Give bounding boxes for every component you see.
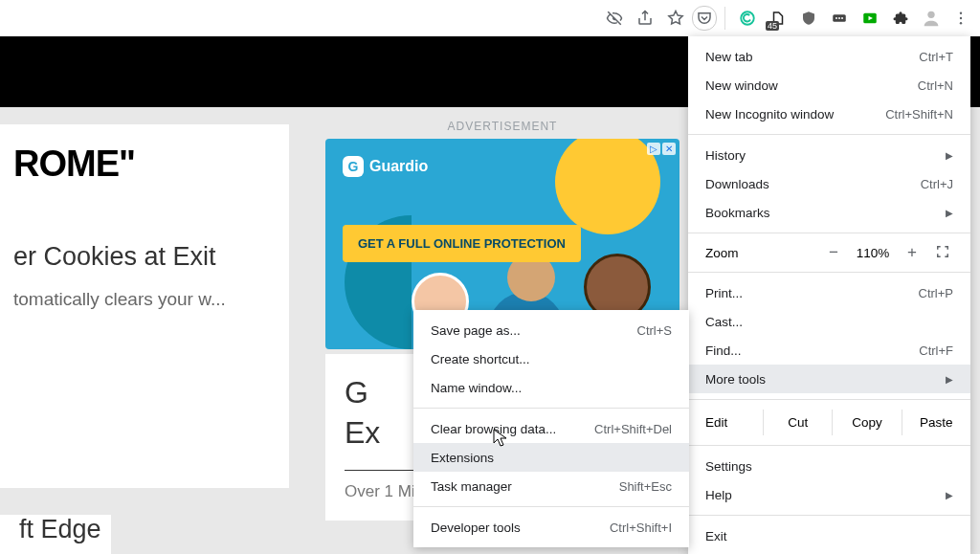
svg-point-6 xyxy=(927,11,934,18)
chevron-right-icon: ▶ xyxy=(946,208,953,218)
svg-point-3 xyxy=(838,17,840,19)
menu-cast[interactable]: Cast... xyxy=(688,307,970,336)
menu-settings[interactable]: Settings xyxy=(688,452,970,480)
menu-zoom: Zoom − 110% + xyxy=(688,239,970,266)
menu-find[interactable]: Find...Ctrl+F xyxy=(688,336,970,365)
separator xyxy=(688,134,970,135)
zoom-in-button[interactable]: + xyxy=(896,243,928,262)
menu-paste[interactable]: Paste xyxy=(902,410,970,435)
separator xyxy=(724,7,725,30)
adchoices[interactable]: ▷✕ xyxy=(647,143,676,155)
menu-more-tools[interactable]: More tools▶ xyxy=(688,365,970,393)
browser-toolbar: 45 xyxy=(0,0,980,36)
ublock-icon[interactable] xyxy=(794,4,823,33)
extensions-puzzle-icon[interactable] xyxy=(886,4,915,33)
kebab-menu-icon[interactable] xyxy=(947,5,974,32)
menu-bookmarks[interactable]: Bookmarks▶ xyxy=(688,198,970,227)
share-icon[interactable] xyxy=(631,4,659,33)
zoom-value: 110% xyxy=(850,246,896,260)
chevron-right-icon: ▶ xyxy=(946,150,953,161)
menu-new-window[interactable]: New windowCtrl+N xyxy=(688,71,970,100)
separator xyxy=(688,399,970,400)
menu-print[interactable]: Print...Ctrl+P xyxy=(688,278,970,307)
menu-downloads[interactable]: DownloadsCtrl+J xyxy=(688,169,970,198)
edge-heading-fragment[interactable]: ft Edge xyxy=(0,515,111,554)
submenu-save-page[interactable]: Save page as...Ctrl+S xyxy=(413,316,689,344)
svg-point-9 xyxy=(960,22,962,24)
heading-fragment: ROME" xyxy=(13,144,270,185)
svg-point-4 xyxy=(841,17,843,19)
ad-label: ADVERTISEMENT xyxy=(325,120,679,133)
chevron-right-icon: ▶ xyxy=(946,490,953,500)
submenu-clear-data[interactable]: Clear browsing data...Ctrl+Shift+Del xyxy=(413,414,689,443)
chevron-right-icon: ▶ xyxy=(946,374,953,385)
submenu-task-manager[interactable]: Task managerShift+Esc xyxy=(413,472,689,500)
star-icon[interactable] xyxy=(661,4,690,33)
extension-dots-icon[interactable] xyxy=(825,4,854,33)
svg-point-8 xyxy=(960,17,962,19)
eye-off-icon[interactable] xyxy=(600,4,629,33)
menu-history[interactable]: History▶ xyxy=(688,141,970,169)
badge-count: 45 xyxy=(766,21,779,31)
card-title[interactable]: er Cookies at Exit xyxy=(13,242,270,272)
separator xyxy=(688,272,970,273)
chrome-main-menu: New tabCtrl+T New windowCtrl+N New Incog… xyxy=(688,36,970,554)
video-ext-icon[interactable] xyxy=(856,4,884,33)
menu-new-tab[interactable]: New tabCtrl+T xyxy=(688,42,970,71)
more-tools-submenu: Save page as...Ctrl+S Create shortcut...… xyxy=(413,310,689,547)
svg-point-7 xyxy=(960,12,962,14)
menu-exit[interactable]: Exit xyxy=(688,521,970,550)
separator xyxy=(688,233,970,233)
ad-brand: GGuardio xyxy=(343,156,428,177)
menu-edit-row: Edit Cut Copy Paste xyxy=(688,406,970,439)
menu-cut[interactable]: Cut xyxy=(763,410,832,435)
card-body: tomatically clears your w... xyxy=(13,287,270,313)
separator xyxy=(688,515,970,516)
zoom-out-button[interactable]: − xyxy=(817,243,850,262)
profile-avatar-icon[interactable] xyxy=(917,4,946,33)
menu-copy[interactable]: Copy xyxy=(832,410,901,435)
menu-incognito[interactable]: New Incognito windowCtrl+Shift+N xyxy=(688,100,970,128)
grammarly-icon[interactable] xyxy=(733,4,762,33)
adblock-icon[interactable]: 45 xyxy=(764,4,792,33)
shield-icon: G xyxy=(343,156,364,177)
ad-cta-button[interactable]: GET A FULL ONLINE PROTECTION xyxy=(343,225,581,262)
article-card-left: ROME" er Cookies at Exit tomatically cle… xyxy=(0,124,289,488)
separator xyxy=(688,445,970,446)
separator xyxy=(413,506,689,507)
fullscreen-icon[interactable] xyxy=(928,245,957,261)
svg-point-2 xyxy=(835,17,837,19)
submenu-extensions[interactable]: Extensions xyxy=(413,443,689,472)
separator xyxy=(413,408,689,409)
pocket-icon[interactable] xyxy=(692,6,717,31)
submenu-name-window[interactable]: Name window... xyxy=(413,373,689,402)
submenu-create-shortcut[interactable]: Create shortcut... xyxy=(413,344,689,373)
menu-help[interactable]: Help▶ xyxy=(688,480,970,509)
submenu-dev-tools[interactable]: Developer toolsCtrl+Shift+I xyxy=(413,513,689,542)
ad-decoration xyxy=(555,139,660,234)
